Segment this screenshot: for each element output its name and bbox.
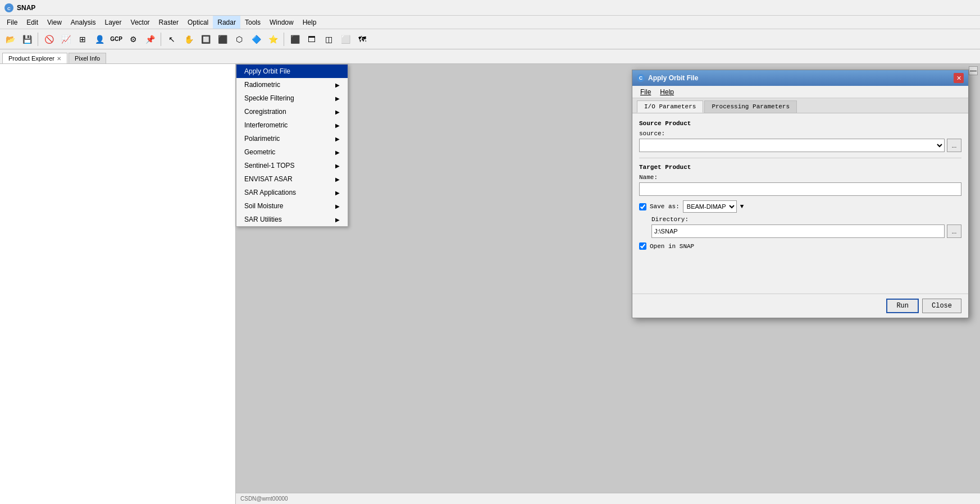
menu-tools[interactable]: Tools <box>240 16 265 29</box>
menu-window[interactable]: Window <box>265 16 298 29</box>
tab-pixel-info[interactable]: Pixel Info <box>69 53 106 63</box>
menu-envisat-asar[interactable]: ENVISAT ASAR ▶ <box>236 172 348 186</box>
source-browse-button[interactable]: ... <box>947 139 961 152</box>
name-field-row <box>639 182 961 196</box>
grid-lines-button[interactable]: ⬛ <box>287 31 303 47</box>
world-map-button[interactable]: 🗺 <box>354 31 370 47</box>
no-data-overlay-button[interactable]: 🚫 <box>41 31 57 47</box>
save-as-row: Save as: BEAM-DIMAP GeoTIFF NetCDF ▼ <box>639 200 961 213</box>
menu-radiometric-label: Radiometric <box>244 81 280 89</box>
tab-product-explorer-label: Product Explorer <box>8 55 54 62</box>
menu-view[interactable]: View <box>43 16 66 29</box>
source-select[interactable] <box>639 139 945 152</box>
menu-radiometric[interactable]: Radiometric ▶ <box>236 78 348 91</box>
sentinel1-tops-arrow: ▶ <box>335 163 340 169</box>
menu-geometric[interactable]: Geometric ▶ <box>236 145 348 159</box>
menu-layer[interactable]: Layer <box>101 16 126 29</box>
separator-1 <box>38 33 38 46</box>
tab-product-explorer-close[interactable]: ✕ <box>57 56 61 62</box>
menu-help[interactable]: Help <box>298 16 321 29</box>
collapse-button[interactable]: — <box>969 66 978 75</box>
menu-sar-applications[interactable]: SAR Applications ▶ <box>236 186 348 199</box>
soil-moisture-arrow: ▶ <box>335 203 340 209</box>
name-input[interactable] <box>639 182 961 196</box>
directory-input[interactable] <box>651 224 945 238</box>
menu-sar-utilities[interactable]: SAR Utilities ▶ <box>236 213 348 226</box>
dialog-content: Source Product source: ... Target Produc… <box>632 113 968 260</box>
user-button[interactable]: 👤 <box>92 31 107 47</box>
tab-pixel-info-label: Pixel Info <box>75 55 100 62</box>
dialog-spacer <box>632 260 968 294</box>
directory-browse-button[interactable]: ... <box>947 224 961 238</box>
save-as-checkbox[interactable] <box>639 203 646 210</box>
tab-bar: Product Explorer ✕ Pixel Info <box>0 49 980 64</box>
dialog-footer: Run Close <box>632 294 968 318</box>
magic-wand-button[interactable]: ⭐ <box>265 31 281 47</box>
status-bar: CSDN@wmt00000 <box>236 493 980 504</box>
menu-soil-moisture[interactable]: Soil Moisture ▶ <box>236 199 348 213</box>
draw-rect-button[interactable]: ⬛ <box>215 31 230 47</box>
graticule-button[interactable]: 🗖 <box>304 31 320 47</box>
grid-button[interactable]: ⊞ <box>75 31 90 47</box>
section-divider <box>639 158 961 158</box>
separator-3 <box>284 33 284 46</box>
profile-button[interactable]: 📈 <box>58 31 74 47</box>
tab-product-explorer[interactable]: Product Explorer ✕ <box>2 53 67 63</box>
menu-geometric-label: Geometric <box>244 148 275 156</box>
menu-optical[interactable]: Optical <box>183 16 213 29</box>
pan-button[interactable]: ✋ <box>181 31 197 47</box>
menu-edit[interactable]: Edit <box>22 16 43 29</box>
split-h-button[interactable]: ◫ <box>321 31 336 47</box>
menu-radar[interactable]: Radar <box>213 16 240 29</box>
gcp-button[interactable]: GCP <box>108 31 124 47</box>
menu-sentinel1-tops-label: Sentinel-1 TOPS <box>244 162 295 169</box>
dialog-menu-file[interactable]: File <box>636 87 655 97</box>
app-icon: C <box>4 3 13 12</box>
menu-apply-orbit-file-label: Apply Orbit File <box>244 67 290 75</box>
dialog-menu-help[interactable]: Help <box>655 87 678 97</box>
menu-raster[interactable]: Raster <box>154 16 183 29</box>
interferometric-arrow: ▶ <box>335 122 340 129</box>
open-in-snap-row: Open in SNAP <box>639 242 961 250</box>
menu-interferometric-label: Interferometric <box>244 121 288 129</box>
menu-vector[interactable]: Vector <box>126 16 154 29</box>
menu-polarimetric-label: Polarimetric <box>244 135 280 143</box>
select-button[interactable]: ↖ <box>164 31 180 47</box>
dialog-close-button[interactable]: ✕ <box>954 73 964 83</box>
coregistration-arrow: ▶ <box>335 109 340 115</box>
menu-sar-applications-label: SAR Applications <box>244 189 296 196</box>
menu-analysis[interactable]: Analysis <box>66 16 101 29</box>
draw-ellipse-button[interactable]: ⬡ <box>231 31 247 47</box>
menu-speckle-filtering-label: Speckle Filtering <box>244 94 294 102</box>
split-v-button[interactable]: ⬜ <box>338 31 353 47</box>
dialog-tab-io[interactable]: I/O Parameters <box>637 100 703 113</box>
menu-soil-moisture-label: Soil Moisture <box>244 202 283 210</box>
menu-polarimetric[interactable]: Polarimetric ▶ <box>236 132 348 145</box>
close-button[interactable]: Close <box>922 299 961 313</box>
format-select[interactable]: BEAM-DIMAP GeoTIFF NetCDF <box>683 200 737 213</box>
dialog-tab-processing[interactable]: Processing Parameters <box>704 100 797 113</box>
menu-sentinel1-tops[interactable]: Sentinel-1 TOPS ▶ <box>236 159 348 172</box>
settings-button[interactable]: ⚙ <box>125 31 141 47</box>
pin-button[interactable]: 📌 <box>142 31 158 47</box>
separator-2 <box>161 33 161 46</box>
menu-envisat-asar-label: ENVISAT ASAR <box>244 175 293 183</box>
run-button[interactable]: Run <box>886 299 919 313</box>
menu-interferometric[interactable]: Interferometric ▶ <box>236 118 348 132</box>
zoom-button[interactable]: 🔲 <box>198 31 213 47</box>
source-field-label: source: <box>639 130 961 137</box>
toolbar: 📂 💾 🚫 📈 ⊞ 👤 GCP ⚙ 📌 ↖ ✋ 🔲 ⬛ ⬡ 🔷 ⭐ ⬛ 🗖 ◫ … <box>0 29 980 49</box>
radar-dropdown-menu: Apply Orbit File Radiometric ▶ Speckle F… <box>236 64 348 227</box>
status-text: CSDN@wmt00000 <box>240 496 288 502</box>
menu-speckle-filtering[interactable]: Speckle Filtering ▶ <box>236 91 348 105</box>
source-product-label: Source Product <box>639 120 961 127</box>
open-button[interactable]: 📂 <box>2 31 18 47</box>
draw-poly-button[interactable]: 🔷 <box>248 31 264 47</box>
sar-applications-arrow: ▶ <box>335 190 340 196</box>
menu-file[interactable]: File <box>2 16 22 29</box>
menu-apply-orbit-file[interactable]: Apply Orbit File <box>236 65 348 78</box>
main-area: — Apply Orbit File Radiometric ▶ Speckle… <box>0 64 980 504</box>
save-button[interactable]: 💾 <box>19 31 35 47</box>
open-in-snap-checkbox[interactable] <box>639 242 646 250</box>
menu-coregistration[interactable]: Coregistration ▶ <box>236 105 348 118</box>
